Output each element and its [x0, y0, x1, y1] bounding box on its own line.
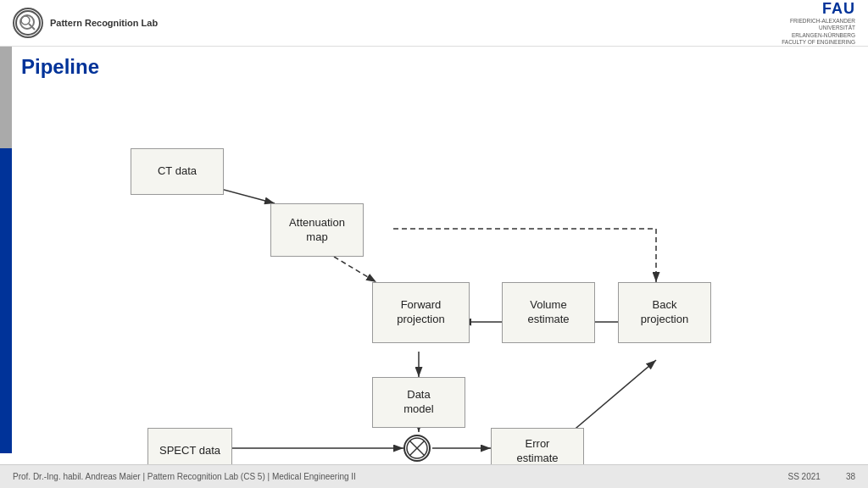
- header: Pattern Recognition Lab FAU FRIEDRICH-AL…: [0, 0, 868, 47]
- otimes-circle: [403, 435, 431, 462]
- logo-text: Pattern Recognition Lab: [50, 17, 158, 29]
- diagram: CT data Attenuationmap Forwardprojection…: [12, 47, 856, 464]
- fau-logo: FAU FRIEDRICH-ALEXANDERUNIVERSITÄTERLANG…: [782, 0, 855, 46]
- slide: Pattern Recognition Lab FAU FRIEDRICH-AL…: [0, 0, 868, 488]
- left-accent-bar: [0, 47, 12, 453]
- bar-gray: [0, 47, 12, 148]
- svg-point-1: [21, 16, 30, 25]
- data-model-box: Datamodel: [372, 377, 465, 428]
- svg-line-15: [571, 360, 656, 432]
- volume-estimate-box: Volumeestimate: [502, 282, 595, 343]
- bar-blue: [0, 148, 12, 453]
- footer-semester: SS 2021: [788, 472, 821, 481]
- forward-projection-box: Forwardprojection: [372, 282, 470, 343]
- footer-right: SS 2021 38: [788, 472, 856, 481]
- svg-line-2: [29, 24, 35, 30]
- prl-logo-icon: [13, 8, 43, 38]
- footer-page: 38: [846, 472, 855, 481]
- svg-line-6: [334, 257, 376, 282]
- fau-label: FAU: [822, 0, 855, 18]
- footer: Prof. Dr.-Ing. habil. Andreas Maier | Pa…: [0, 464, 868, 488]
- fau-subtitle: FRIEDRICH-ALEXANDERUNIVERSITÄTERLANGEN-N…: [782, 18, 855, 47]
- back-projection-box: Backprojection: [618, 282, 711, 343]
- footer-left: Prof. Dr.-Ing. habil. Andreas Maier | Pa…: [13, 472, 356, 481]
- ct-data-box: CT data: [131, 148, 224, 195]
- svg-point-0: [16, 11, 40, 35]
- logo-left: Pattern Recognition Lab: [13, 8, 158, 38]
- attenuation-map-box: Attenuationmap: [270, 203, 364, 257]
